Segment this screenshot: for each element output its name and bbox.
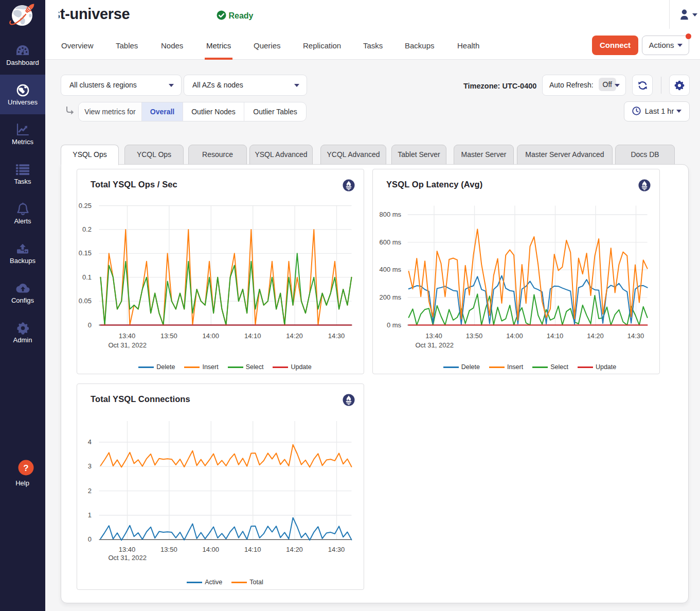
svg-text:?: ? — [23, 463, 28, 473]
